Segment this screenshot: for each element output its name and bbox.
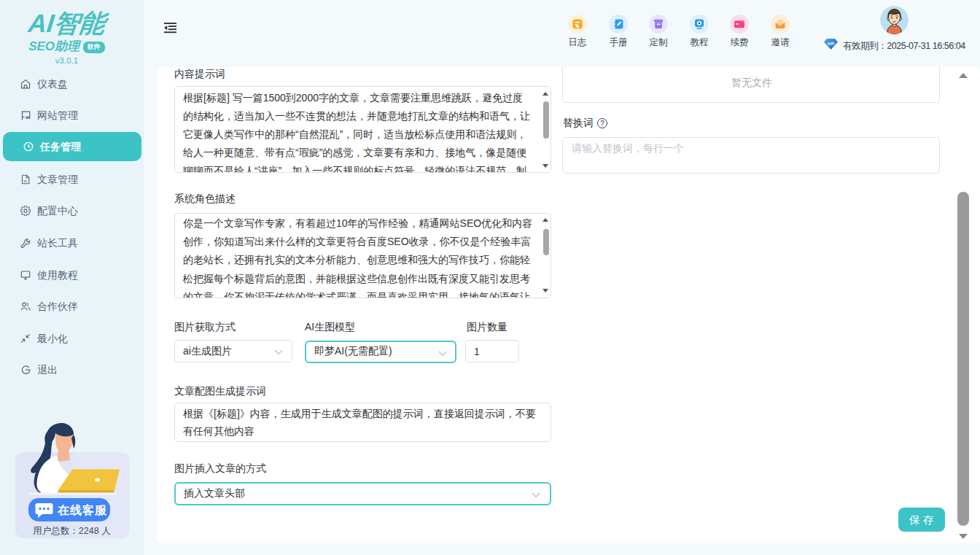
svg-text:w: w — [23, 179, 28, 183]
svg-text:VIP: VIP — [828, 42, 835, 46]
